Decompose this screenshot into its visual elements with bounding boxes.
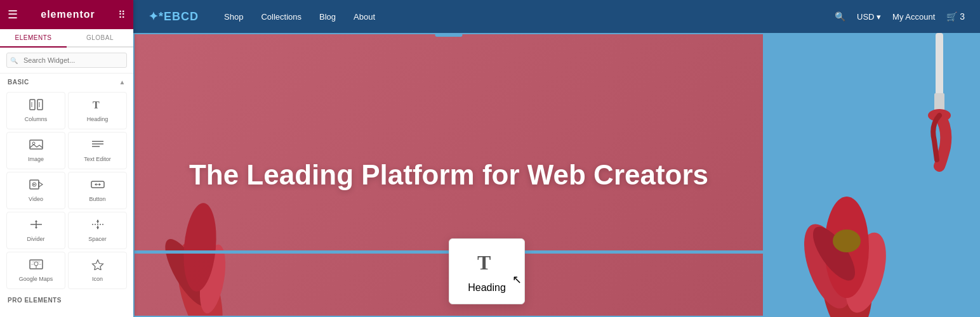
nav-links: Shop Collections Blog About: [224, 12, 835, 22]
hero-section: The Leading Platform for Web Creators + …: [133, 33, 980, 317]
svg-marker-18: [35, 220, 37, 222]
paint-decoration: [904, 33, 974, 172]
svg-rect-5: [30, 140, 43, 149]
widget-columns-label: Columns: [25, 116, 48, 122]
widget-divider[interactable]: Divider: [6, 212, 65, 249]
svg-text:T: T: [477, 251, 491, 274]
columns-icon: [29, 99, 43, 113]
currency-selector[interactable]: USD ▾: [857, 12, 881, 22]
spacer-icon: [91, 219, 105, 233]
widget-button[interactable]: Button: [68, 172, 127, 209]
pro-section-label: PRO ELEMENTS: [0, 293, 133, 305]
svg-point-47: [833, 230, 861, 252]
my-account-link[interactable]: My Account: [892, 12, 935, 22]
nav-about[interactable]: About: [354, 12, 375, 22]
heading-tooltip-icon: T: [474, 249, 500, 277]
sidebar-search-area: [0, 48, 133, 74]
website-navbar: ✦*EBCD Shop Collections Blog About 🔍 USD…: [133, 0, 980, 33]
canvas-area: The Leading Platform for Web Creators + …: [133, 33, 980, 317]
heading-icon: T: [91, 99, 105, 113]
flower-decoration-left: [159, 197, 241, 317]
grid-icon[interactable]: ⠿: [118, 9, 126, 21]
svg-marker-20: [35, 227, 37, 229]
widget-divider-label: Divider: [27, 236, 44, 242]
search-icon[interactable]: 🔍: [835, 11, 845, 22]
widgets-grid: Columns T Heading Image: [0, 88, 133, 293]
hero-title: The Leading Platform for Web Creators: [189, 159, 708, 191]
sidebar: ☰ elementor ⠿ ELEMENTS GLOBAL BASIC ▲ Co…: [0, 0, 133, 317]
hamburger-icon[interactable]: ☰: [8, 8, 18, 22]
widget-icon-label: Icon: [92, 276, 103, 282]
search-input[interactable]: [6, 53, 127, 68]
chevron-down-icon: ▲: [119, 79, 126, 86]
icon-widget-icon: [91, 259, 105, 273]
widget-image[interactable]: Image: [6, 132, 65, 169]
sidebar-logo: elementor: [41, 9, 95, 20]
svg-marker-13: [33, 184, 36, 186]
nav-right: 🔍 USD ▾ My Account 🛒 3: [835, 11, 965, 22]
divider-icon: [29, 219, 43, 233]
cart-icon[interactable]: 🛒 3: [946, 11, 965, 22]
heading-tooltip: T Heading: [449, 238, 525, 304]
sidebar-tabs: ELEMENTS GLOBAL: [0, 29, 133, 48]
svg-marker-33: [92, 260, 103, 270]
svg-point-28: [34, 262, 38, 266]
flower-decoration-right: [764, 165, 929, 317]
nav-shop[interactable]: Shop: [224, 12, 243, 22]
svg-rect-39: [936, 33, 943, 96]
widget-spacer[interactable]: Spacer: [68, 212, 127, 249]
main-content: ✦*EBCD Shop Collections Blog About 🔍 USD…: [133, 0, 980, 317]
site-logo: ✦*EBCD: [149, 10, 199, 23]
widget-heading[interactable]: T Heading: [68, 92, 127, 129]
hero-text-block: The Leading Platform for Web Creators: [164, 159, 734, 191]
widget-text-editor[interactable]: Text Editor: [68, 132, 127, 169]
image-icon: [29, 139, 43, 153]
button-icon: [91, 179, 105, 193]
tab-global[interactable]: GLOBAL: [67, 29, 133, 46]
canvas-inner: The Leading Platform for Web Creators + …: [133, 33, 980, 317]
svg-marker-16: [95, 183, 96, 186]
widget-text-editor-label: Text Editor: [84, 156, 111, 162]
text-editor-icon: [91, 139, 105, 153]
sidebar-header: ☰ elementor ⠿: [0, 0, 133, 29]
svg-rect-0: [30, 100, 35, 110]
svg-marker-17: [99, 183, 101, 186]
hero-right: [764, 33, 980, 317]
widget-columns[interactable]: Columns: [6, 92, 65, 129]
svg-marker-11: [39, 182, 43, 187]
widget-image-label: Image: [28, 156, 44, 162]
widget-video-label: Video: [29, 196, 43, 202]
widget-google-maps[interactable]: Google Maps: [6, 252, 65, 289]
google-maps-icon: [29, 259, 43, 273]
svg-rect-1: [37, 100, 43, 110]
cart-count: 3: [960, 11, 965, 22]
tab-elements[interactable]: ELEMENTS: [0, 29, 67, 48]
svg-marker-26: [96, 227, 99, 230]
widget-video[interactable]: Video: [6, 172, 65, 209]
video-icon: [29, 179, 43, 193]
heading-tooltip-label: Heading: [468, 282, 506, 294]
site-logo-text: *EBCD: [159, 10, 199, 23]
widget-google-maps-label: Google Maps: [19, 276, 53, 282]
nav-blog[interactable]: Blog: [319, 12, 336, 22]
hero-left: The Leading Platform for Web Creators + …: [133, 33, 764, 317]
svg-text:T: T: [93, 100, 100, 110]
basic-section-label: BASIC ▲: [0, 74, 133, 88]
svg-marker-23: [96, 219, 99, 222]
widget-icon[interactable]: Icon: [68, 252, 127, 289]
widget-button-label: Button: [89, 196, 105, 202]
nav-collections[interactable]: Collections: [261, 12, 301, 22]
widget-spacer-label: Spacer: [88, 236, 107, 242]
widget-heading-label: Heading: [87, 116, 109, 122]
